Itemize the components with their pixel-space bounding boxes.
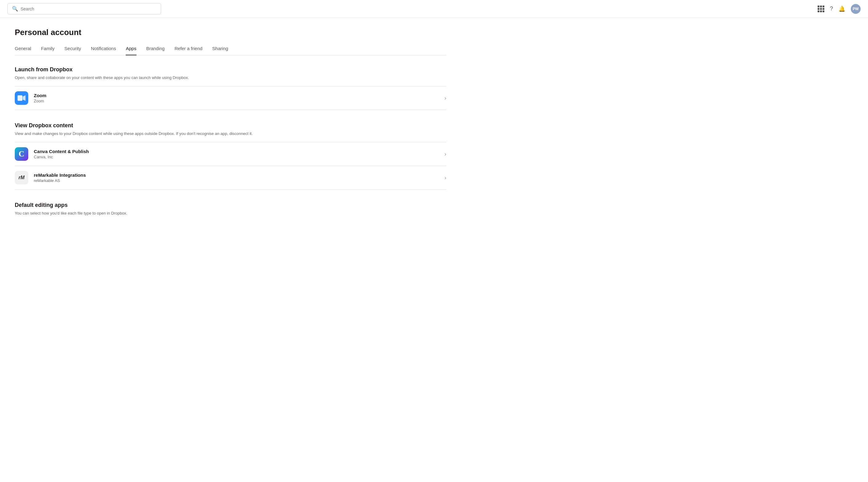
tab-apps[interactable]: Apps bbox=[126, 46, 136, 55]
tab-refer[interactable]: Refer a friend bbox=[175, 46, 203, 55]
view-app-list: C Canva Content & Publish Canva, Inc › r… bbox=[15, 142, 446, 190]
main-content: Personal account General Family Security… bbox=[0, 18, 461, 238]
default-section-title: Default editing apps bbox=[15, 202, 446, 208]
launch-section: Launch from Dropbox Open, share and coll… bbox=[15, 66, 446, 110]
remarkable-company: reMarkable AS bbox=[34, 178, 439, 183]
canva-info: Canva Content & Publish Canva, Inc bbox=[34, 149, 439, 159]
remarkable-name: reMarkable Integrations bbox=[34, 173, 439, 178]
tab-notifications[interactable]: Notifications bbox=[91, 46, 116, 55]
apps-grid-icon[interactable] bbox=[817, 5, 824, 12]
page-title: Personal account bbox=[15, 28, 446, 37]
zoom-chevron-icon: › bbox=[444, 95, 446, 101]
tab-general[interactable]: General bbox=[15, 46, 31, 55]
zoom-info: Zoom Zoom bbox=[34, 93, 439, 103]
launch-app-list: Zoom Zoom › bbox=[15, 86, 446, 110]
canva-logo: C bbox=[15, 147, 28, 161]
topbar: 🔍 ? 🔔 PW bbox=[0, 0, 868, 18]
remarkable-icon: rM bbox=[19, 175, 25, 180]
help-icon[interactable]: ? bbox=[830, 5, 833, 12]
canva-icon: C bbox=[19, 149, 25, 159]
search-box[interactable]: 🔍 bbox=[7, 3, 161, 14]
canva-name: Canva Content & Publish bbox=[34, 149, 439, 154]
default-section-desc: You can select how you'd like each file … bbox=[15, 211, 446, 215]
search-input[interactable] bbox=[21, 6, 156, 11]
zoom-logo bbox=[15, 91, 28, 105]
remarkable-logo: rM bbox=[15, 171, 28, 184]
tab-branding[interactable]: Branding bbox=[146, 46, 165, 55]
tabs-nav: General Family Security Notifications Ap… bbox=[15, 46, 446, 55]
remarkable-chevron-icon: › bbox=[444, 175, 446, 181]
app-item-remarkable[interactable]: rM reMarkable Integrations reMarkable AS… bbox=[15, 166, 446, 190]
launch-section-desc: Open, share and collaborate on your cont… bbox=[15, 75, 446, 80]
app-item-zoom[interactable]: Zoom Zoom › bbox=[15, 86, 446, 110]
svg-marker-1 bbox=[23, 95, 26, 101]
canva-chevron-icon: › bbox=[444, 151, 446, 157]
launch-section-title: Launch from Dropbox bbox=[15, 66, 446, 73]
app-item-canva[interactable]: C Canva Content & Publish Canva, Inc › bbox=[15, 142, 446, 166]
remarkable-info: reMarkable Integrations reMarkable AS bbox=[34, 173, 439, 183]
tab-security[interactable]: Security bbox=[65, 46, 81, 55]
view-section: View Dropbox content View and make chang… bbox=[15, 122, 446, 190]
topbar-right: ? 🔔 PW bbox=[817, 4, 861, 14]
avatar[interactable]: PW bbox=[851, 4, 861, 14]
search-icon: 🔍 bbox=[12, 6, 18, 12]
tab-sharing[interactable]: Sharing bbox=[212, 46, 228, 55]
zoom-company: Zoom bbox=[34, 99, 439, 103]
canva-company: Canva, Inc bbox=[34, 155, 439, 159]
default-section: Default editing apps You can select how … bbox=[15, 202, 446, 215]
view-section-title: View Dropbox content bbox=[15, 122, 446, 129]
view-section-desc: View and make changes to your Dropbox co… bbox=[15, 131, 446, 136]
notifications-bell-icon[interactable]: 🔔 bbox=[838, 5, 845, 12]
zoom-name: Zoom bbox=[34, 93, 439, 98]
tab-family[interactable]: Family bbox=[41, 46, 54, 55]
svg-rect-0 bbox=[18, 95, 23, 101]
